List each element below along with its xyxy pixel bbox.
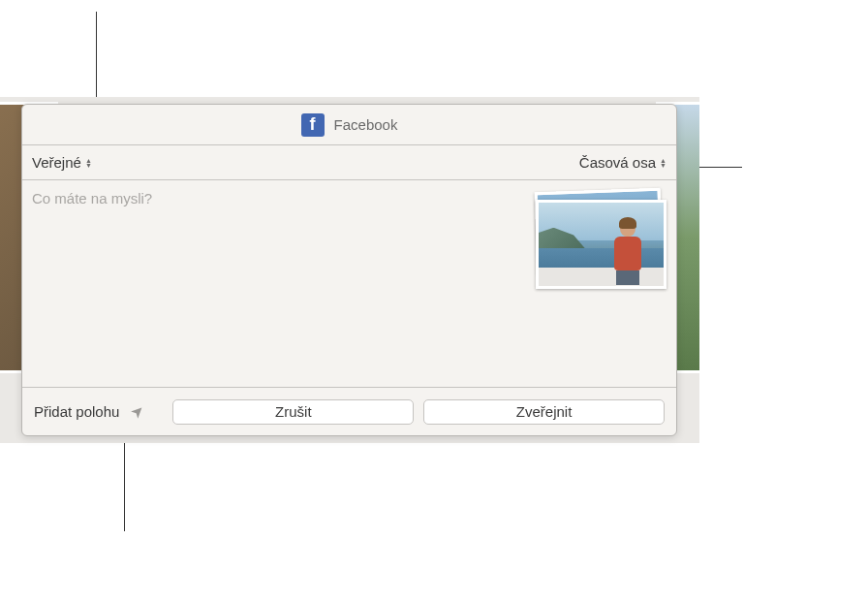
compose-area[interactable]: Co máte na mysli?	[22, 180, 676, 387]
cancel-button[interactable]: Zrušit	[172, 399, 414, 425]
compose-placeholder: Co máte na mysli?	[32, 190, 152, 206]
dropdown-row: Veřejné ▲ ▼ Časová osa ▲ ▼	[22, 145, 676, 180]
dialog-title: Facebook	[334, 116, 398, 133]
callout-line-location	[124, 436, 125, 531]
dropdown-arrows-icon: ▲ ▼	[660, 158, 666, 168]
dropdown-arrows-icon: ▲ ▼	[85, 158, 92, 168]
dialog-header: f Facebook	[22, 105, 676, 145]
dialog-footer: Přidat polohu ➤ Zrušit Zveřejnit	[22, 387, 676, 435]
destination-label: Časová osa	[579, 154, 656, 171]
destination-dropdown[interactable]: Časová osa ▲ ▼	[579, 154, 666, 171]
add-location-button[interactable]: Přidat polohu ➤	[34, 402, 143, 421]
location-arrow-icon: ➤	[127, 400, 149, 423]
privacy-label: Veřejné	[32, 154, 81, 171]
post-button[interactable]: Zveřejnit	[423, 399, 665, 425]
privacy-dropdown[interactable]: Veřejné ▲ ▼	[32, 154, 92, 171]
attached-photos[interactable]	[526, 190, 666, 292]
photo-thumbnail	[536, 200, 666, 289]
location-label: Přidat polohu	[34, 403, 119, 420]
facebook-icon: f	[301, 113, 325, 137]
share-dialog: f Facebook Veřejné ▲ ▼ Časová osa ▲ ▼ Co…	[21, 104, 677, 436]
